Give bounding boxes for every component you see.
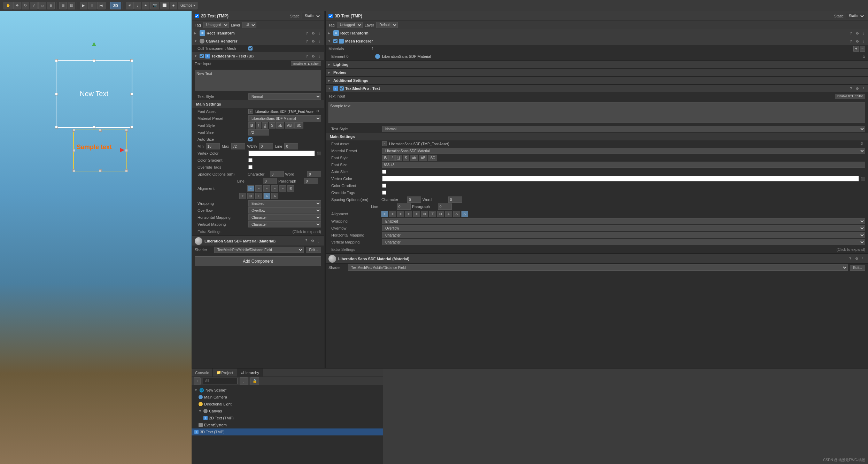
canvas-help-btn[interactable]: ?: [304, 39, 309, 44]
handle-tm[interactable]: [93, 59, 95, 62]
layer-3d-dropdown[interactable]: Default: [376, 22, 398, 28]
hierarchy-options-btn[interactable]: ⋮: [240, 377, 248, 385]
tag-2d-dropdown[interactable]: Untagged: [203, 22, 229, 28]
rect-3d-overflow-btn[interactable]: ⋮: [861, 31, 866, 36]
hier-item-dirlight[interactable]: Directional Light: [192, 401, 383, 408]
rect-2d-help-btn[interactable]: ?: [304, 31, 309, 36]
word-3d-input[interactable]: [448, 196, 462, 203]
line-2d-input[interactable]: [263, 178, 277, 184]
rect-3d-help-btn[interactable]: ?: [848, 31, 853, 36]
audio-gizmo-btn[interactable]: ♪: [134, 2, 141, 9]
wrapping-3d-dropdown[interactable]: Enabled: [382, 218, 865, 224]
scale-tool-btn[interactable]: ⤢: [30, 2, 38, 9]
hier-item-2dtmp[interactable]: T 2D Text (TMP): [192, 415, 383, 422]
font-bold-btn-3d[interactable]: B: [382, 155, 389, 161]
vertex-color-3d-picker[interactable]: ⬛: [861, 177, 865, 181]
material-preset-3d-dropdown[interactable]: LiberationSans SDF Material: [382, 148, 865, 154]
tag-3d-dropdown[interactable]: Untagged: [337, 22, 363, 28]
rect-2d-settings-btn[interactable]: ⚙: [311, 31, 316, 36]
handle-mr[interactable]: [130, 93, 133, 95]
tmp-2d-overflow-btn[interactable]: ⋮: [317, 54, 322, 59]
line-3d-input[interactable]: [397, 203, 411, 210]
gizmos-dropdown-btn[interactable]: Gizmos ▾: [178, 2, 197, 9]
handle-3d-tl[interactable]: [72, 129, 75, 132]
font-strike-btn-2d[interactable]: S: [269, 122, 276, 129]
h-mapping-2d-dropdown[interactable]: Character: [248, 214, 321, 221]
rtl-editor-btn-3d[interactable]: Enable RTL Editor: [835, 94, 865, 99]
comp-3d-mesh-header[interactable]: ▼ Mesh Renderer ? ⚙ ⋮: [326, 37, 868, 45]
hierarchy-add-btn[interactable]: +: [194, 377, 201, 385]
font-underline-btn-3d[interactable]: U: [395, 155, 402, 161]
handle-br[interactable]: [130, 126, 133, 129]
font-upper-btn-3d[interactable]: AB: [419, 155, 427, 161]
rtl-editor-btn-2d[interactable]: Enable RTL Editor: [291, 61, 321, 66]
min-val-2d[interactable]: [206, 143, 220, 149]
material-2d-overflow[interactable]: ⋮: [316, 239, 321, 243]
material-3d-help[interactable]: ?: [848, 256, 853, 261]
align-vbot-2d[interactable]: ⊥: [255, 193, 262, 199]
para-2d-input[interactable]: [304, 178, 318, 184]
scene-viewport[interactable]: New Text ▲ Sample text ▶: [0, 11, 192, 464]
font-lower-btn-3d[interactable]: ab: [410, 155, 418, 161]
shader-2d-dropdown[interactable]: TextMeshPro/Mobile/Distance Field: [214, 247, 304, 253]
mesh-overflow-btn[interactable]: ⋮: [861, 39, 866, 44]
hier-item-canvas[interactable]: ▼ Canvas: [192, 408, 383, 415]
hier-item-eventsys[interactable]: EventSystem: [192, 422, 383, 428]
text-style-3d-dropdown[interactable]: Normal: [382, 126, 865, 132]
inspector-2d-scroll[interactable]: ▶ ⊞ Rect Transform ? ⚙ ⋮: [192, 29, 324, 368]
tmp-3d-enabled[interactable]: [340, 86, 344, 91]
rect-tool-btn[interactable]: ▭: [38, 2, 46, 9]
color-gradient-2d-checkbox[interactable]: [248, 158, 253, 162]
hier-item-maincam[interactable]: Main Camera: [192, 394, 383, 401]
align-geo-3d[interactable]: ⊠: [421, 211, 428, 217]
scene-2d-text-object[interactable]: New Text ▲: [56, 60, 132, 128]
tmp-2d-help-btn[interactable]: ?: [304, 54, 309, 59]
font-size-2d-input[interactable]: [248, 129, 269, 136]
hand-tool-btn[interactable]: ✋: [3, 2, 13, 9]
layer-2d-dropdown[interactable]: UI: [242, 22, 256, 28]
handle-bl[interactable]: [55, 126, 58, 129]
comp-2d-canvas-header[interactable]: ▼ Canvas Renderer ? ⚙ ⋮: [192, 37, 324, 45]
canvas-settings-btn[interactable]: ⚙: [311, 39, 316, 44]
nav-gizmo-btn[interactable]: ◈: [170, 2, 177, 9]
para-3d-input[interactable]: [438, 203, 452, 210]
font-asset-2d-target[interactable]: ⊙: [316, 109, 321, 114]
handle-3d-mr[interactable]: [125, 149, 128, 152]
material-2d-header[interactable]: Liberation Sans SDF Material (Material) …: [192, 236, 324, 246]
handle-bm[interactable]: [93, 126, 95, 129]
vertex-color-3d-swatch[interactable]: [382, 176, 859, 181]
tmp-2d-enabled[interactable]: [200, 54, 204, 58]
overflow-3d-dropdown[interactable]: Overflow: [382, 225, 865, 231]
move-tool-btn[interactable]: ✥: [13, 2, 21, 9]
material-2d-help[interactable]: ?: [304, 239, 309, 243]
align-vtop-3d[interactable]: ⊤: [429, 211, 436, 217]
align-flush-3d[interactable]: ≡: [413, 211, 420, 217]
scene-right-arrow[interactable]: ▶: [120, 146, 124, 153]
auto-size-2d-checkbox[interactable]: [248, 137, 253, 141]
handle-3d-bm[interactable]: [99, 169, 102, 172]
h-mapping-3d-dropdown[interactable]: Character: [382, 232, 865, 238]
canvas-overflow-btn[interactable]: ⋮: [317, 39, 322, 44]
material-add-btn[interactable]: +: [853, 46, 859, 52]
cull-mesh-checkbox[interactable]: [248, 46, 253, 51]
font-lower-btn-2d[interactable]: ab: [276, 122, 284, 129]
hierarchy-lock-btn[interactable]: 🔒: [250, 377, 259, 385]
font-strike-btn-3d[interactable]: S: [403, 155, 409, 161]
overflow-2d-dropdown[interactable]: Overflow: [248, 207, 321, 214]
material-minus-btn[interactable]: −: [860, 46, 865, 52]
align-vbot-3d[interactable]: ⊥: [445, 211, 452, 217]
vertex-color-2d-picker-btn[interactable]: ⬛: [317, 152, 321, 155]
fx-gizmo-btn[interactable]: ✦: [142, 2, 149, 9]
main-settings-2d[interactable]: Main Settings: [192, 100, 324, 108]
static-2d-dropdown[interactable]: Static: [302, 13, 321, 19]
align-justify-3d[interactable]: ≡: [405, 211, 412, 217]
shader-3d-dropdown[interactable]: TextMeshPro/Mobile/Distance Field: [348, 264, 848, 271]
rect-3d-settings-btn[interactable]: ⚙: [855, 31, 860, 36]
char-3d-input[interactable]: [407, 196, 421, 203]
max-val-2d[interactable]: [231, 143, 245, 149]
handle-tl[interactable]: [55, 59, 58, 62]
play-btn[interactable]: ▶: [80, 2, 87, 9]
transform-tool-btn[interactable]: ⊕: [47, 2, 55, 9]
align-vmidgeo-3d[interactable]: A: [461, 211, 468, 217]
v-mapping-2d-dropdown[interactable]: Character: [248, 221, 321, 227]
